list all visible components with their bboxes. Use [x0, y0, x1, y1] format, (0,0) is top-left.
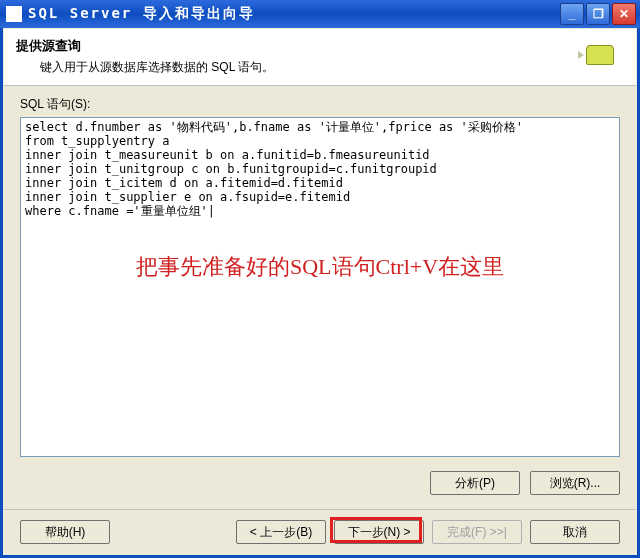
finish-button: 完成(F) >>| [432, 520, 522, 544]
window-controls: _ ❐ ✕ [560, 3, 636, 25]
help-button[interactable]: 帮助(H) [20, 520, 110, 544]
sql-container: 把事先准备好的SQL语句Ctrl+V在这里 [20, 117, 620, 457]
window-body: 提供源查询 键入用于从源数据库选择数据的 SQL 语句。 SQL 语句(S): … [0, 28, 640, 558]
app-icon [6, 6, 22, 22]
sql-field-label: SQL 语句(S): [20, 96, 620, 113]
page-title: 提供源查询 [16, 37, 274, 55]
sql-input[interactable] [20, 117, 620, 457]
window-title: SQL Server 导入和导出向导 [28, 5, 560, 23]
next-button[interactable]: 下一步(N) > [334, 520, 424, 544]
main-panel: SQL 语句(S): 把事先准备好的SQL语句Ctrl+V在这里 分析(P) 浏… [4, 86, 636, 509]
header-panel: 提供源查询 键入用于从源数据库选择数据的 SQL 语句。 [4, 29, 636, 86]
wizard-button-row: 帮助(H) < 上一步(B) 下一步(N) > 完成(F) >>| 取消 [4, 509, 636, 554]
browse-button[interactable]: 浏览(R)... [530, 471, 620, 495]
analyze-button[interactable]: 分析(P) [430, 471, 520, 495]
mid-button-row: 分析(P) 浏览(R)... [20, 465, 620, 501]
page-subtitle: 键入用于从源数据库选择数据的 SQL 语句。 [16, 59, 274, 76]
titlebar: SQL Server 导入和导出向导 _ ❐ ✕ [0, 0, 640, 28]
cancel-button[interactable]: 取消 [530, 520, 620, 544]
back-button[interactable]: < 上一步(B) [236, 520, 326, 544]
minimize-button[interactable]: _ [560, 3, 584, 25]
wizard-icon [576, 37, 624, 77]
maximize-button[interactable]: ❐ [586, 3, 610, 25]
close-button[interactable]: ✕ [612, 3, 636, 25]
